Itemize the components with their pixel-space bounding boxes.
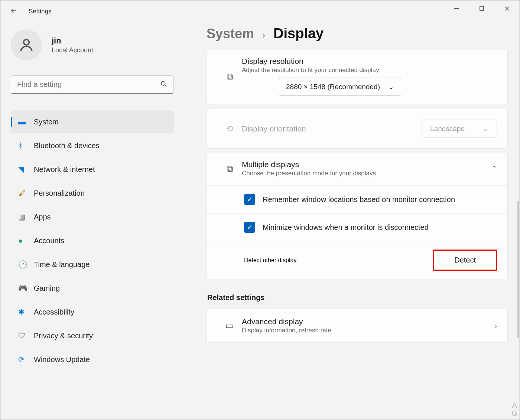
multi-title: Multiple displays [242,160,491,169]
advanced-display-subtitle: Display information, refresh rate [242,327,495,334]
update-icon: ⟳ [18,355,34,364]
remember-locations-checkbox[interactable]: ✓ [244,194,255,205]
search-icon [160,81,167,89]
orientation-dropdown[interactable]: Landscape ⌄ [422,120,497,138]
profile-subtitle: Local Account [52,46,93,54]
nav-bluetooth[interactable]: ᚼBluetooth & devices [11,134,174,157]
chevron-down-icon: ⌄ [388,82,394,91]
orientation-title: Display orientation [242,124,306,133]
brush-icon: 🖌 [18,189,34,198]
close-button[interactable] [494,0,520,17]
minimize-disconnected-label: Minimize windows when a monitor is disco… [263,223,429,232]
chevron-up-icon: ⌃ [491,165,497,173]
multiple-displays-header[interactable]: ⧉ Multiple displays Choose the presentat… [207,153,507,185]
breadcrumb-parent[interactable]: System [207,26,254,42]
monitor-icon: ▬ [18,118,34,126]
svg-point-3 [161,81,165,85]
maximize-button[interactable] [469,0,494,17]
nav-update[interactable]: ⟳Windows Update [11,348,174,371]
nav-apps[interactable]: ▦Apps [11,205,174,228]
nav-gaming[interactable]: 🎮Gaming [11,277,174,300]
accessibility-icon: ✱ [18,307,34,316]
apps-icon: ▦ [18,212,34,221]
advanced-display-card[interactable]: ▭ Advanced display Display information, … [207,309,508,343]
scrollbar[interactable] [517,201,519,338]
multi-subtitle: Choose the presentation mode for your di… [242,170,491,177]
search-input[interactable] [11,75,174,94]
breadcrumb: System › Display [207,26,508,42]
remember-locations-label: Remember window locations based on monit… [263,195,455,204]
detect-label: Detect other display [244,257,296,264]
related-settings-heading: Related settings [207,293,508,302]
profile-block[interactable]: jin Local Account [11,29,174,61]
nav-system[interactable]: ▬System [11,110,174,133]
chevron-down-icon: ⌄ [482,124,488,133]
minimize-disconnected-row: ✓ Minimize windows when a monitor is dis… [207,213,507,241]
gamepad-icon: 🎮 [18,284,34,293]
avatar [11,29,42,61]
clock-icon: 🕐 [18,260,34,269]
display-orientation-card: ⟲ Display orientation Landscape ⌄ [207,109,508,149]
detect-button[interactable]: Detect [433,250,497,271]
nav-list: ▬System ᚼBluetooth & devices ◥Network & … [11,110,174,371]
minimize-button[interactable] [444,0,469,17]
nav-accessibility[interactable]: ✱Accessibility [11,300,174,323]
svg-point-2 [24,39,29,45]
advanced-display-title: Advanced display [242,317,495,326]
shield-icon: 🛡 [18,332,34,340]
nav-network[interactable]: ◥Network & internet [11,158,174,181]
nav-privacy[interactable]: 🛡Privacy & security [11,324,174,347]
back-button[interactable] [6,7,21,16]
chevron-right-icon: › [262,30,265,40]
nav-time[interactable]: 🕐Time & language [11,253,174,276]
resolution-icon: ⧉ [217,71,242,82]
orientation-icon: ⟲ [217,124,242,134]
search-box[interactable] [11,75,174,94]
minimize-disconnected-checkbox[interactable]: ✓ [244,222,255,233]
detect-row: Detect other display Detect [207,241,507,279]
svg-line-4 [165,85,166,87]
profile-name: jin [52,36,93,46]
person-icon: ● [18,237,34,245]
nav-personalization[interactable]: 🖌Personalization [11,182,174,205]
svg-rect-1 [480,7,484,10]
chevron-right-icon: › [495,322,497,330]
bluetooth-icon: ᚼ [18,141,34,150]
multiple-displays-card: ⧉ Multiple displays Choose the presentat… [207,153,508,279]
resolution-subtitle: Adjust the resolution to fit your connec… [242,66,497,74]
breadcrumb-current: Display [273,26,324,42]
resolution-dropdown[interactable]: 2880 × 1548 (Recommended) ⌄ [279,78,401,96]
nav-accounts[interactable]: ●Accounts [11,229,174,252]
remember-locations-row: ✓ Remember window locations based on mon… [207,185,507,213]
ime-indicator: AG [511,401,517,417]
multiple-displays-icon: ⧉ [217,163,242,174]
resolution-title: Display resolution [242,57,497,66]
wifi-icon: ◥ [18,165,34,174]
advanced-display-icon: ▭ [217,320,242,331]
display-resolution-card: ⧉ Display resolution Adjust the resoluti… [207,50,508,104]
window-title: Settings [29,8,51,15]
